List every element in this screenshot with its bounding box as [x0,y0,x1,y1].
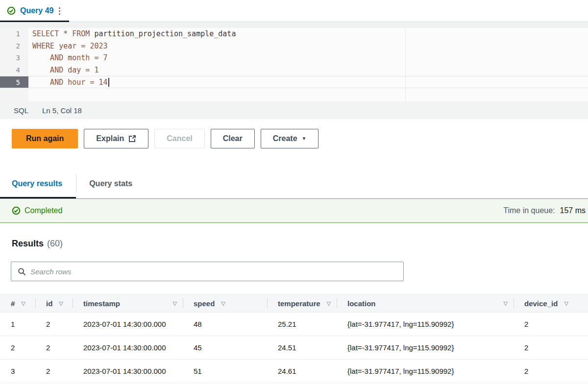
filter-icon[interactable]: ▽ [504,300,508,307]
header-cell-id[interactable]: id▽ [35,294,73,312]
kebab-menu-icon[interactable] [58,5,61,17]
cell-device-id: 2 [514,336,588,359]
cell-row-number: 2 [0,336,35,359]
query-tab-title: Query 49 [20,6,53,15]
external-link-icon [128,135,136,143]
header-cell-device-id[interactable]: device_id▽ [514,294,588,312]
table-header-row: #▽ id▽ timestamp▽ speed▽ temperature▽ lo… [0,294,588,313]
cell-device-id: 2 [514,360,588,383]
action-button-row: Run again Explain Cancel Clear Create ▼ [12,129,588,148]
query-status-banner: Completed Time in queue: 157 ms [0,198,588,223]
header-cell-location[interactable]: location▽ [337,294,514,312]
cell-location: {lat=-31.977417, lng=115.90992} [337,313,514,336]
time-in-queue-value: 157 ms [560,206,586,215]
cell-id: 2 [35,360,73,383]
table-row: 1 2 2023-07-01 14:30:00.000 48 25.21 {la… [0,313,588,336]
header-cell-temperature[interactable]: temperature▽ [267,294,337,312]
gutter-empty [0,88,28,101]
cell-id: 2 [35,336,73,359]
tab-query-stats[interactable]: Query stats [76,169,145,198]
results-table: #▽ id▽ timestamp▽ speed▽ temperature▽ lo… [0,294,588,383]
cell-temperature: 24.51 [267,336,337,359]
results-heading: Results (60) [12,239,588,249]
language-label: SQL [14,106,28,115]
create-button[interactable]: Create ▼ [261,129,319,148]
status-badge: Completed [24,206,62,215]
header-cell-timestamp[interactable]: timestamp▽ [73,294,183,312]
sql-editor[interactable]: 1 SELECT * FROM partition_projection_sam… [0,28,588,101]
cell-timestamp: 2023-07-01 14:30:00.000 [73,336,183,359]
check-circle-icon [7,6,16,15]
filter-icon[interactable]: ▽ [21,300,25,307]
cell-temperature: 25.21 [267,313,337,336]
header-cell-speed[interactable]: speed▽ [183,294,267,312]
text-cursor [108,78,109,87]
filter-icon[interactable]: ▽ [564,300,568,307]
cell-temperature: 24.61 [267,360,337,383]
results-tab-bar: Query results Query stats [0,169,588,198]
code-text: SELECT * FROM partition_projection_sampl… [28,28,236,40]
chevron-down-icon: ▼ [302,136,307,141]
explain-button[interactable]: Explain [84,129,148,148]
editor-empty-area[interactable] [0,88,588,101]
filter-icon[interactable]: ▽ [59,300,63,307]
cancel-button: Cancel [154,129,204,148]
editor-status-bar: SQL Ln 5, Col 18 [0,101,588,119]
query-tab-bar: Query 49 [0,0,588,22]
results-title: Results [12,239,44,249]
line-number: 2 [0,40,28,52]
line-number: 3 [0,52,28,64]
line-number: 4 [0,64,28,76]
cell-speed: 45 [183,336,267,359]
table-row: 2 2 2023-07-01 14:30:00.000 45 24.51 {la… [0,336,588,360]
code-text: WHERE year = 2023 [28,40,108,52]
search-rows-box[interactable] [11,262,404,281]
filter-icon[interactable]: ▽ [221,300,225,307]
cell-timestamp: 2023-07-01 14:30:00.000 [73,360,183,383]
cell-speed: 48 [183,313,267,336]
line-number: 1 [0,28,28,40]
run-again-button[interactable]: Run again [12,129,78,148]
cell-device-id: 2 [514,313,588,336]
cell-timestamp: 2023-07-01 14:30:00.000 [73,313,183,336]
code-text: AND month = 7 [28,52,108,64]
cell-row-number: 3 [0,360,35,383]
filter-icon[interactable]: ▽ [327,300,331,307]
filter-icon[interactable]: ▽ [173,300,177,307]
explain-button-label: Explain [96,134,124,143]
cell-location: {lat=-31.977417, lng=115.90992} [337,336,514,359]
tab-query-results[interactable]: Query results [0,169,76,198]
code-text: AND day = 1 [28,64,98,76]
query-tab[interactable]: Query 49 [0,0,69,22]
cursor-position: Ln 5, Col 18 [42,106,82,115]
cell-location: {lat=-31.977417, lng=115.90992} [337,360,514,383]
cell-speed: 51 [183,360,267,383]
code-line-3[interactable]: 3 AND month = 7 [0,52,588,64]
table-row: 3 2 2023-07-01 14:30:00.000 51 24.61 {la… [0,360,588,383]
time-in-queue-label: Time in queue: [503,206,555,215]
line-number: 5 [0,76,28,88]
code-line-1[interactable]: 1 SELECT * FROM partition_projection_sam… [0,28,588,40]
create-button-label: Create [273,134,297,143]
clear-button[interactable]: Clear [211,129,255,148]
results-count: (60) [47,239,63,249]
check-circle-icon [12,206,21,215]
search-icon [18,267,26,276]
cell-id: 2 [35,313,73,336]
code-line-5-active[interactable]: 5 AND hour = 14 [0,76,588,88]
cell-row-number: 1 [0,313,35,336]
code-line-4[interactable]: 4 AND day = 1 [0,64,588,76]
code-text: AND hour = 14 [28,76,109,88]
editor-top-strip [0,22,588,28]
search-input[interactable] [30,262,403,281]
header-cell-row-number[interactable]: #▽ [0,294,35,312]
code-line-2[interactable]: 2 WHERE year = 2023 [0,40,588,52]
